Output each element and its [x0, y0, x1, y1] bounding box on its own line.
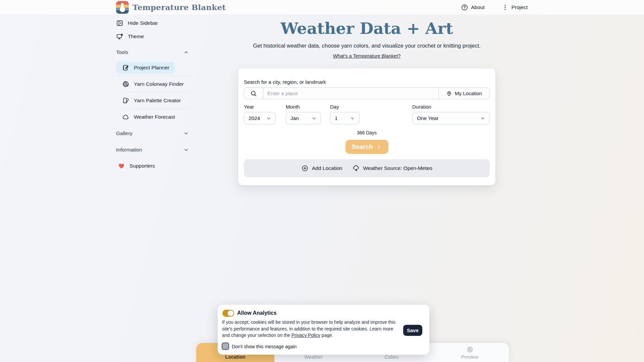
duration-value: One Year [417, 115, 439, 121]
gallery-header-label: Gallery [116, 130, 132, 136]
chevron-up-icon [183, 49, 189, 55]
search-label: Search for a city, region, or landmark [244, 79, 326, 85]
plus-circle-icon [301, 165, 309, 172]
sidebar-item-yarn-colorway-finder[interactable]: Yarn Colorway Finder [116, 78, 184, 90]
sidebar-item-supporters[interactable]: Supporters [118, 162, 191, 170]
search-card: Search for a city, region, or landmark M… [238, 68, 495, 185]
day-select[interactable]: 1 [330, 112, 360, 124]
search-button[interactable]: Search [345, 140, 388, 154]
month-value: Jan [290, 115, 299, 121]
chevron-down-icon [266, 115, 272, 121]
add-location-label: Add Location [312, 165, 342, 171]
dont-show-again-label: Don't show this message again [232, 344, 297, 349]
month-field: Month Jan [286, 104, 321, 124]
top-header: Temperature Blanket About Project [0, 0, 644, 15]
day-label: Day [330, 104, 360, 110]
place-search-row: My Location [244, 87, 490, 99]
theme-label: Theme [128, 34, 144, 40]
my-location-label: My Location [455, 90, 482, 96]
tab-preview[interactable]: Preview [431, 343, 509, 362]
privacy-policy-link[interactable]: Privacy Policy [291, 333, 320, 338]
chevron-down-icon [350, 115, 356, 121]
app-screen: Temperature Blanket About Project [0, 0, 644, 362]
sidebar: Hide Sidebar Theme Tools Project Planner [116, 15, 189, 216]
tab-label: Preview [461, 354, 479, 360]
project-label: Project [512, 4, 528, 10]
app-logo-icon [116, 1, 129, 14]
hero: Weather Data + Art Get historical weathe… [238, 19, 495, 59]
chevron-down-icon [480, 115, 486, 121]
duration-field: Duration One Year [412, 104, 490, 124]
year-select[interactable]: 2024 [244, 112, 276, 124]
year-field: Year 2024 [244, 104, 276, 124]
allow-analytics-label: Allow Analytics [237, 310, 277, 316]
place-search-input[interactable] [263, 88, 438, 99]
hide-sidebar-label: Hide Sidebar [128, 20, 158, 26]
divider [116, 109, 189, 109]
header-actions: About Project [461, 4, 528, 11]
weather-source-button[interactable]: Weather Source: Open-Meteo [353, 165, 433, 172]
allow-analytics-toggle[interactable] [222, 310, 234, 317]
yarn-ball-icon [122, 80, 129, 88]
search-icon-cell [244, 88, 263, 99]
sidebar-item-label: Project Planner [134, 65, 169, 71]
theme-button[interactable]: Theme [116, 33, 189, 40]
divider [116, 92, 189, 93]
dont-show-again-checkbox[interactable] [222, 343, 229, 350]
sidebar-item-project-planner[interactable]: Project Planner [116, 62, 175, 74]
palette-icon [122, 97, 129, 104]
sidebar-item-yarn-palette-creator[interactable]: Yarn Palette Creator [116, 95, 181, 107]
hide-sidebar-button[interactable]: Hide Sidebar [116, 19, 189, 27]
chevron-down-icon [311, 115, 317, 121]
tab-label: Colors [385, 354, 399, 360]
gallery-section-toggle[interactable]: Gallery [116, 130, 189, 136]
save-button[interactable]: Save [403, 325, 422, 336]
whats-a-temperature-blanket-link[interactable]: What's a Temperature Blanket? [333, 53, 401, 59]
about-button[interactable]: About [461, 4, 485, 11]
duration-label: Duration [412, 104, 490, 110]
notebook-pen-icon [122, 64, 129, 71]
cloud-gear-icon [353, 165, 360, 172]
cookie-description: If you accept, cookies will be stored in… [222, 319, 399, 339]
cookie-banner: Allow Analytics If you accept, cookies w… [218, 305, 429, 355]
cookie-text-after: page. [320, 333, 333, 338]
days-count: 366 Days [238, 130, 495, 135]
kebab-menu-icon [501, 4, 509, 11]
divider [116, 76, 189, 76]
tab-label: Location [225, 354, 245, 360]
theme-monitor-icon [116, 33, 123, 40]
page-subtitle: Get historical weather data, choose yarn… [238, 43, 495, 49]
sidebar-item-label: Yarn Colorway Finder [134, 81, 184, 87]
add-location-button[interactable]: Add Location [301, 165, 342, 172]
chevron-down-icon [183, 130, 189, 136]
day-field: Day 1 [330, 104, 360, 124]
year-label: Year [244, 104, 276, 110]
my-location-button[interactable]: My Location [438, 88, 489, 99]
question-circle-icon [461, 4, 468, 11]
brand[interactable]: Temperature Blanket [116, 1, 226, 14]
sidebar-item-label: Yarn Palette Creator [134, 98, 181, 104]
day-value: 1 [335, 115, 338, 121]
information-section-toggle[interactable]: Information [116, 147, 189, 153]
toggle-knob [228, 310, 233, 316]
weather-source-label: Weather Source: Open-Meteo [363, 165, 433, 171]
chevron-right-icon [376, 144, 382, 150]
page-title: Weather Data + Art [238, 19, 495, 38]
month-label: Month [286, 104, 321, 110]
supporters-label: Supporters [129, 163, 155, 169]
cloud-icon [122, 113, 129, 121]
tools-header-label: Tools [116, 49, 128, 55]
about-label: About [471, 4, 485, 10]
preview-icon [466, 346, 474, 353]
sidebar-item-label: Weather Forecast [134, 114, 175, 120]
search-button-label: Search [352, 143, 373, 150]
tools-section-toggle[interactable]: Tools [116, 49, 189, 55]
information-header-label: Information [116, 147, 142, 153]
sidebar-item-weather-forecast[interactable]: Weather Forecast [116, 111, 175, 123]
map-pin-icon [446, 90, 452, 97]
project-menu-button[interactable]: Project [501, 4, 528, 11]
app-title: Temperature Blanket [132, 3, 226, 12]
month-select[interactable]: Jan [286, 112, 321, 124]
search-icon [250, 90, 257, 97]
duration-select[interactable]: One Year [412, 112, 490, 124]
